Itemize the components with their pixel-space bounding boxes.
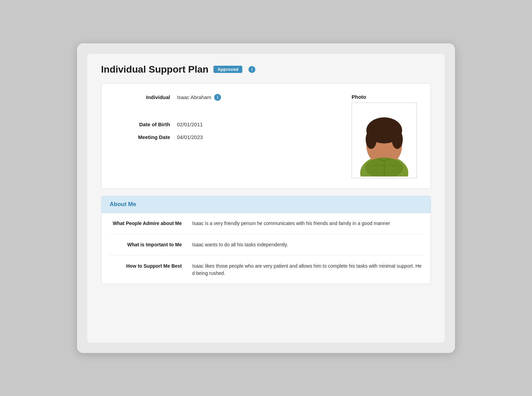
photo-frame — [352, 103, 417, 178]
main-info-card: Individual Isaac Abraham i Date of Birth… — [101, 83, 431, 189]
svg-point-5 — [392, 130, 403, 149]
status-badge: Approved — [213, 66, 243, 73]
individual-name-container: Isaac Abraham i — [177, 94, 221, 101]
window-frame: Individual Support Plan Approved i Indiv… — [77, 43, 455, 353]
about-row-admire: What People Admire about Me Isaac is a v… — [110, 213, 422, 234]
about-row-important: What is Important to Me Isaac wants to d… — [110, 234, 422, 256]
meeting-date-row: Meeting Date 04/01/2023 — [115, 134, 338, 140]
individual-info: Individual Isaac Abraham i Date of Birth… — [115, 94, 338, 147]
page-info-icon[interactable]: i — [248, 66, 255, 73]
dob-label: Date of Birth — [115, 121, 170, 127]
about-value-support: Isaac likes those people who are very pa… — [192, 263, 422, 277]
individual-name: Isaac Abraham — [177, 94, 211, 100]
about-label-support: How to Support Me Best — [110, 263, 182, 269]
about-value-important: Isaac wants to do all his tasks independ… — [192, 241, 422, 248]
dob-value: 02/01/2011 — [177, 121, 203, 127]
individual-label: Individual — [115, 94, 170, 100]
page-content: Individual Support Plan Approved i Indiv… — [87, 54, 445, 343]
individual-info-icon[interactable]: i — [214, 94, 221, 101]
about-me-header: About Me — [101, 196, 431, 213]
about-value-admire: Isaac is a very friendly person he commu… — [192, 220, 422, 227]
about-me-card: About Me What People Admire about Me Isa… — [101, 196, 431, 284]
about-row-support: How to Support Me Best Isaac likes those… — [110, 256, 422, 284]
individual-row: Individual Isaac Abraham i — [115, 94, 338, 101]
about-me-title: About Me — [110, 201, 136, 207]
individual-section: Individual Isaac Abraham i Date of Birth… — [115, 94, 417, 178]
page-header: Individual Support Plan Approved i — [101, 64, 431, 75]
photo-section: Photo — [352, 94, 417, 178]
about-label-important: What is Important to Me — [110, 241, 182, 247]
about-me-content: What People Admire about Me Isaac is a v… — [101, 213, 431, 284]
avatar — [353, 104, 415, 176]
meeting-date-value: 04/01/2023 — [177, 134, 203, 140]
meeting-date-label: Meeting Date — [115, 134, 170, 140]
about-label-admire: What People Admire about Me — [110, 220, 182, 226]
photo-label: Photo — [352, 94, 366, 100]
dob-row: Date of Birth 02/01/2011 — [115, 121, 338, 127]
svg-point-4 — [366, 130, 377, 149]
page-title: Individual Support Plan — [101, 64, 209, 75]
